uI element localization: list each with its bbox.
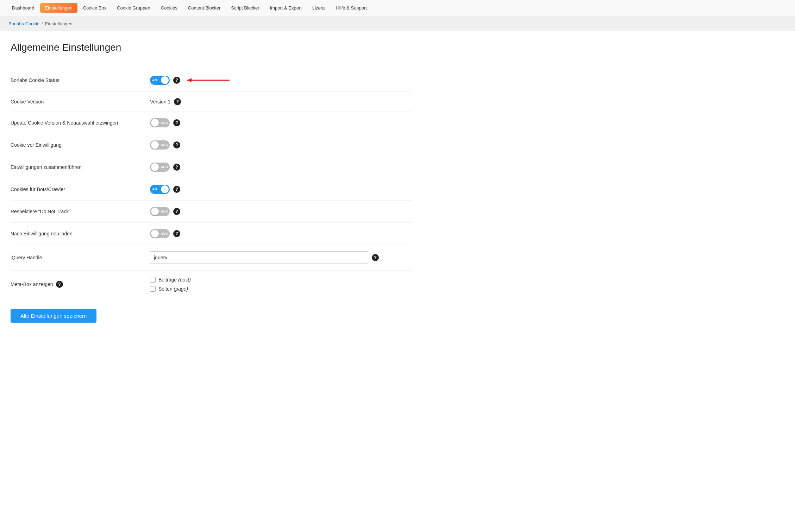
toggle-cookies-fuer-bots[interactable]: AN xyxy=(150,185,170,194)
checkbox-italic-seiten: (page) xyxy=(174,286,188,292)
setting-control-update-cookie-version: AUS? xyxy=(150,118,412,127)
setting-control-cookie-version: Version 1? xyxy=(150,98,412,105)
setting-control-einwilligungen-zusammenfuehren: AUS? xyxy=(150,163,412,172)
red-arrow-icon xyxy=(184,75,233,85)
checkbox-label-seiten: Seiten (page) xyxy=(158,286,188,292)
setting-row-update-cookie-version: Update Cookie Version & Neuauswahl erzwi… xyxy=(11,112,412,134)
main-nav: DashboardEinstellungenCookie BoxCookie G… xyxy=(0,0,795,16)
nav-item-script-blocker[interactable]: Script Blocker xyxy=(226,3,264,13)
main-content: Allgemeine Einstellungen Borlabs Cookie … xyxy=(0,31,422,344)
nav-item-lizenz[interactable]: Lizenz xyxy=(307,3,331,13)
breadcrumb-current: Einstellungen xyxy=(45,21,73,26)
setting-label-cookie-version: Cookie Version xyxy=(11,99,144,104)
save-button[interactable]: Alle Einstellungen speichern xyxy=(11,309,96,323)
checkbox-item-beitraege[interactable]: Beiträge (post) xyxy=(150,277,191,283)
setting-control-cookie-vor-einwilligung: AUS? xyxy=(150,140,412,150)
help-icon-jquery-handle[interactable]: ? xyxy=(372,254,379,261)
setting-row-nach-einwilligung-neu-laden: Nach Einwilligung neu ladenAUS? xyxy=(11,223,412,245)
svg-marker-1 xyxy=(187,78,192,82)
setting-control-respektiere-do-not-track: AUS? xyxy=(150,207,412,216)
setting-row-meta-box-anzeigen: Meta-Box anzeigen?Beiträge (post)Seiten … xyxy=(11,271,412,298)
setting-label-jquery-handle: jQuery Handle xyxy=(11,255,144,260)
setting-row-cookie-version: Cookie VersionVersion 1? xyxy=(11,92,412,112)
help-icon-cookie-vor-einwilligung[interactable]: ? xyxy=(173,141,180,148)
nav-item-content-blocker[interactable]: Content Blocker xyxy=(183,3,226,13)
toggle-update-cookie-version[interactable]: AUS xyxy=(150,118,170,127)
setting-label-update-cookie-version: Update Cookie Version & Neuauswahl erzwi… xyxy=(11,120,144,126)
setting-label-cookies-fuer-bots: Cookies für Bots/Crawler xyxy=(11,186,144,192)
setting-label-cookie-vor-einwilligung: Cookie vor Einwilligung xyxy=(11,142,144,148)
checkbox-group-meta-box-anzeigen: Beiträge (post)Seiten (page) xyxy=(150,277,191,292)
setting-row-jquery-handle: jQuery Handle? xyxy=(11,245,412,271)
setting-control-cookies-fuer-bots: AN? xyxy=(150,185,412,194)
toggle-einwilligungen-zusammenfuehren[interactable]: AUS xyxy=(150,163,170,172)
setting-row-borlabs-cookie-status: Borlabs Cookie StatusAN? xyxy=(11,69,412,92)
help-icon-cookies-fuer-bots[interactable]: ? xyxy=(173,186,180,193)
breadcrumb-separator: / xyxy=(42,21,43,26)
checkbox-item-seiten[interactable]: Seiten (page) xyxy=(150,286,191,292)
help-icon-update-cookie-version[interactable]: ? xyxy=(173,119,180,126)
version-text-cookie-version: Version 1 xyxy=(150,99,170,104)
text-input-jquery-handle[interactable] xyxy=(150,251,368,264)
nav-item-cookie-box[interactable]: Cookie Box xyxy=(78,3,111,13)
page-title: Allgemeine Einstellungen xyxy=(11,42,412,53)
setting-label-meta-box-anzeigen: Meta-Box anzeigen? xyxy=(11,281,144,288)
help-icon-nach-einwilligung-neu-laden[interactable]: ? xyxy=(173,230,180,237)
setting-label-respektiere-do-not-track: Respektiere "Do Not Track" xyxy=(11,209,144,214)
toggle-respektiere-do-not-track[interactable]: AUS xyxy=(150,207,170,216)
help-icon-respektiere-do-not-track[interactable]: ? xyxy=(173,208,180,215)
settings-container: Borlabs Cookie StatusAN?Cookie VersionVe… xyxy=(11,69,412,323)
breadcrumb: Borlabs Cookie / Einstellungen xyxy=(0,16,795,31)
nav-item-cookies[interactable]: Cookies xyxy=(156,3,182,13)
setting-control-nach-einwilligung-neu-laden: AUS? xyxy=(150,229,412,238)
setting-row-einwilligungen-zusammenfuehren: Einwilligungen zusammenführenAUS? xyxy=(11,156,412,178)
checkbox-input-seiten[interactable] xyxy=(150,286,156,292)
toggle-cookie-vor-einwilligung[interactable]: AUS xyxy=(150,140,170,150)
setting-label-borlabs-cookie-status: Borlabs Cookie Status xyxy=(11,77,144,83)
setting-control-jquery-handle: ? xyxy=(150,251,412,264)
checkbox-input-beitraege[interactable] xyxy=(150,277,156,283)
nav-item-cookie-gruppen[interactable]: Cookie Gruppen xyxy=(112,3,155,13)
breadcrumb-root[interactable]: Borlabs Cookie xyxy=(8,21,39,26)
help-icon-borlabs-cookie-status[interactable]: ? xyxy=(173,77,180,84)
checkbox-italic-beitraege: (post) xyxy=(178,277,191,283)
nav-item-hilfe-support[interactable]: Hilfe & Support xyxy=(331,3,371,13)
setting-label-einwilligungen-zusammenfuehren: Einwilligungen zusammenführen xyxy=(11,164,144,170)
nav-item-dashboard[interactable]: Dashboard xyxy=(7,3,39,13)
nav-item-einstellungen[interactable]: Einstellungen xyxy=(40,3,77,13)
help-icon-einwilligungen-zusammenfuehren[interactable]: ? xyxy=(173,164,180,171)
section-divider xyxy=(11,59,412,59)
help-icon-meta-box-anzeigen[interactable]: ? xyxy=(56,281,63,288)
nav-item-import-export[interactable]: Import & Export xyxy=(265,3,307,13)
setting-control-meta-box-anzeigen: Beiträge (post)Seiten (page) xyxy=(150,277,412,292)
setting-row-respektiere-do-not-track: Respektiere "Do Not Track"AUS? xyxy=(11,201,412,223)
help-icon-cookie-version[interactable]: ? xyxy=(174,98,181,105)
toggle-nach-einwilligung-neu-laden[interactable]: AUS xyxy=(150,229,170,238)
setting-row-cookie-vor-einwilligung: Cookie vor EinwilligungAUS? xyxy=(11,134,412,156)
setting-row-cookies-fuer-bots: Cookies für Bots/CrawlerAN? xyxy=(11,178,412,201)
toggle-borlabs-cookie-status[interactable]: AN xyxy=(150,76,170,85)
checkbox-label-beitraege: Beiträge (post) xyxy=(158,277,191,283)
setting-label-nach-einwilligung-neu-laden: Nach Einwilligung neu laden xyxy=(11,231,144,236)
setting-control-borlabs-cookie-status: AN? xyxy=(150,75,412,85)
